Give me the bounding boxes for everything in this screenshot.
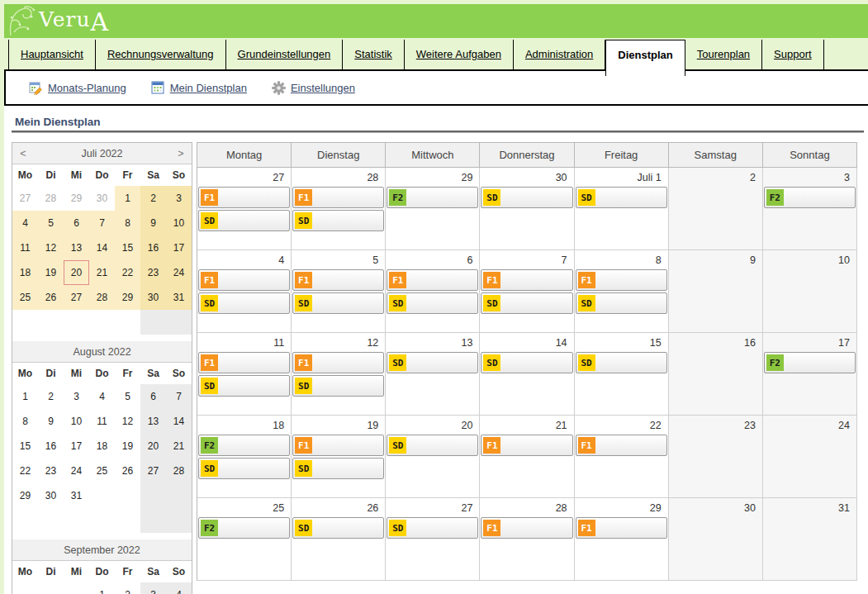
calendar-day-cell[interactable]: 30SD: [480, 168, 574, 250]
shift-entry[interactable]: SD: [387, 517, 478, 539]
mini-day[interactable]: 12: [38, 235, 64, 260]
mini-day[interactable]: [12, 582, 38, 594]
calendar-day-cell[interactable]: 8F1SD: [575, 250, 669, 333]
tab-hauptansicht[interactable]: Hauptansicht: [8, 40, 96, 69]
mini-day[interactable]: 27: [140, 459, 166, 483]
mini-day[interactable]: 25: [89, 459, 115, 483]
mini-day[interactable]: 7: [89, 211, 115, 235]
shift-entry[interactable]: F1: [198, 269, 290, 291]
shift-entry[interactable]: F1: [292, 435, 384, 456]
shift-entry[interactable]: F1: [481, 435, 572, 456]
mini-day[interactable]: 27: [64, 285, 89, 310]
calendar-day-cell[interactable]: 2: [669, 168, 763, 250]
calendar-day-cell[interactable]: 10: [763, 250, 857, 333]
mini-day[interactable]: 28: [89, 285, 115, 310]
tab-administration[interactable]: Administration: [514, 40, 605, 69]
mini-day[interactable]: 13: [64, 235, 89, 260]
shift-entry[interactable]: SD: [576, 292, 667, 314]
calendar-day-cell[interactable]: 24: [763, 416, 857, 498]
mini-day[interactable]: 9: [38, 409, 64, 434]
mini-day[interactable]: [64, 310, 89, 335]
mini-day[interactable]: [64, 508, 89, 533]
calendar-day-cell[interactable]: 19F1SD: [292, 416, 386, 498]
calendar-day-cell[interactable]: 5F1SD: [292, 250, 386, 333]
calendar-day-cell[interactable]: 31: [763, 498, 857, 581]
shift-entry[interactable]: F1: [576, 269, 667, 291]
shift-entry[interactable]: SD: [198, 292, 290, 314]
mini-day[interactable]: 10: [166, 211, 192, 235]
mini-day[interactable]: 28: [38, 186, 64, 211]
shift-entry[interactable]: F1: [576, 517, 667, 539]
shift-entry[interactable]: SD: [481, 292, 572, 314]
mini-day[interactable]: 19: [38, 260, 64, 285]
mini-day[interactable]: [89, 508, 115, 533]
mini-day[interactable]: 1: [89, 582, 115, 594]
mini-day[interactable]: [38, 310, 64, 335]
mini-day[interactable]: 2: [38, 384, 64, 409]
mini-day[interactable]: 10: [64, 409, 89, 434]
shift-entry[interactable]: F1: [576, 435, 667, 456]
tab-tourenplan[interactable]: Tourenplan: [685, 40, 762, 69]
mini-day[interactable]: 30: [140, 285, 166, 310]
shift-entry[interactable]: F2: [198, 435, 290, 456]
mini-day[interactable]: 30: [89, 186, 115, 211]
shift-entry[interactable]: F2: [764, 352, 856, 373]
mini-day[interactable]: 13: [140, 409, 166, 434]
mini-day[interactable]: 16: [140, 235, 166, 260]
tab-grundeinstellungen[interactable]: Grundeinstellungen: [226, 40, 344, 69]
mini-day[interactable]: 3: [64, 384, 89, 409]
mini-day[interactable]: 20: [140, 434, 166, 459]
mini-day[interactable]: 15: [12, 434, 38, 459]
mini-day[interactable]: 6: [140, 384, 166, 409]
calendar-day-cell[interactable]: 6F1SD: [386, 250, 480, 333]
calendar-day-cell[interactable]: 21F1: [480, 416, 574, 498]
toolbar-link-monats-planung[interactable]: Monats-Planung: [29, 81, 126, 95]
mini-day[interactable]: [38, 582, 64, 594]
mini-day[interactable]: 14: [89, 235, 115, 260]
shift-entry[interactable]: SD: [576, 187, 667, 208]
mini-day[interactable]: [38, 508, 64, 533]
mini-day[interactable]: 12: [115, 409, 140, 434]
calendar-day-cell[interactable]: 28F1SD: [292, 168, 386, 250]
calendar-day-cell[interactable]: 16: [669, 333, 763, 416]
tab-support[interactable]: Support: [762, 40, 824, 69]
mini-next-month-button[interactable]: >: [170, 148, 192, 159]
mini-day[interactable]: [140, 483, 166, 508]
calendar-day-cell[interactable]: 25F2: [197, 498, 292, 581]
mini-day[interactable]: [12, 508, 38, 533]
mini-day[interactable]: 6: [64, 211, 89, 235]
calendar-day-cell[interactable]: 29F1: [575, 498, 669, 581]
shift-entry[interactable]: F1: [292, 269, 384, 291]
calendar-day-cell[interactable]: 12F1SD: [292, 333, 386, 416]
calendar-day-cell[interactable]: 14SD: [480, 333, 574, 416]
shift-entry[interactable]: SD: [198, 375, 290, 397]
mini-day[interactable]: 21: [166, 434, 192, 459]
mini-day[interactable]: 1: [115, 186, 140, 211]
shift-entry[interactable]: SD: [198, 458, 290, 479]
calendar-day-cell[interactable]: 28F1: [480, 498, 574, 581]
mini-day[interactable]: 24: [166, 260, 192, 285]
shift-entry[interactable]: SD: [481, 352, 572, 373]
shift-entry[interactable]: F1: [481, 517, 572, 539]
shift-entry[interactable]: SD: [387, 292, 478, 314]
calendar-day-cell[interactable]: 27F1SD: [197, 168, 292, 250]
shift-entry[interactable]: SD: [292, 375, 384, 397]
mini-day[interactable]: 2: [115, 582, 140, 594]
calendar-day-cell[interactable]: 4F1SD: [197, 250, 292, 333]
mini-day[interactable]: 17: [64, 434, 89, 459]
shift-entry[interactable]: F2: [387, 187, 478, 208]
shift-entry[interactable]: F1: [198, 352, 290, 373]
mini-day[interactable]: 11: [12, 235, 38, 260]
mini-day[interactable]: 20: [64, 260, 89, 285]
mini-day[interactable]: 4: [166, 582, 192, 594]
mini-day[interactable]: 22: [12, 459, 38, 483]
shift-entry[interactable]: F1: [292, 352, 384, 373]
mini-day[interactable]: 29: [64, 186, 89, 211]
calendar-day-cell[interactable]: 11F1SD: [197, 333, 292, 416]
shift-entry[interactable]: SD: [387, 352, 478, 373]
shift-entry[interactable]: SD: [292, 458, 384, 479]
toolbar-link-mein-dienstplan[interactable]: Mein Dienstplan: [151, 81, 247, 95]
shift-entry[interactable]: F1: [198, 187, 290, 208]
mini-day[interactable]: [89, 483, 115, 508]
mini-day[interactable]: 31: [166, 285, 192, 310]
